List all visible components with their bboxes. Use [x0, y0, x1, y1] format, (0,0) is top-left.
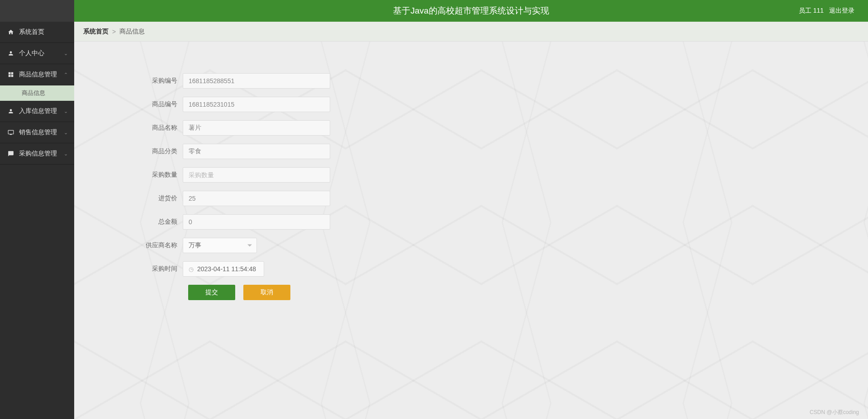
sidebar-item-product-mgmt[interactable]: 商品信息管理 ⌃ [0, 64, 74, 85]
chevron-down-icon: ⌄ [64, 108, 68, 114]
row-purchase-price: 进货价 [92, 191, 850, 206]
user-icon [7, 50, 14, 57]
chevron-up-icon: ⌃ [64, 72, 68, 78]
sidebar-header-blank [0, 0, 74, 22]
cancel-button[interactable]: 取消 [243, 285, 290, 300]
sidebar-item-sales[interactable]: 销售信息管理 ⌄ [0, 122, 74, 143]
input-purchase-time[interactable]: ◷ 2023-04-11 11:54:48 [183, 261, 264, 277]
chevron-down-icon: ⌄ [64, 51, 68, 56]
row-purchase-time: 采购时间 ◷ 2023-04-11 11:54:48 [92, 261, 850, 277]
purchase-time-value: 2023-04-11 11:54:48 [197, 265, 256, 273]
sidebar-item-label: 系统首页 [19, 28, 44, 36]
input-purchase-qty[interactable] [183, 167, 330, 183]
sidebar-item-label: 入库信息管理 [19, 107, 57, 115]
clock-icon: ◷ [189, 266, 194, 273]
chevron-down-icon: ⌄ [64, 130, 68, 136]
label-total: 总金额 [92, 218, 183, 226]
breadcrumb-sep: > [112, 28, 116, 35]
monitor-icon [7, 129, 14, 136]
sidebar-item-inbound[interactable]: 入库信息管理 ⌄ [0, 101, 74, 122]
page-title: 基于Java的高校超市管理系统设计与实现 [393, 5, 549, 17]
label-purchase-qty: 采购数量 [92, 171, 183, 179]
input-category[interactable] [183, 144, 330, 159]
sidebar-item-purchase[interactable]: 采购信息管理 ⌄ [0, 143, 74, 165]
input-purchase-price[interactable] [183, 191, 330, 206]
breadcrumb: 系统首页 > 商品信息 [74, 22, 868, 42]
label-purchase-time: 采购时间 [92, 265, 183, 273]
sidebar-item-label: 销售信息管理 [19, 128, 57, 137]
breadcrumb-home[interactable]: 系统首页 [83, 28, 109, 36]
row-purchase-no: 采购编号 [92, 73, 850, 89]
select-supplier[interactable]: 万事 [183, 238, 257, 253]
sidebar-subitem-product-info[interactable]: 商品信息 [0, 85, 74, 101]
row-category: 商品分类 [92, 144, 850, 159]
label-product-no: 商品编号 [92, 100, 183, 108]
home-icon [7, 28, 14, 36]
submit-button[interactable]: 提交 [188, 285, 235, 300]
main: 基于Java的高校超市管理系统设计与实现 员工 111 退出登录 系统首页 > … [74, 0, 868, 419]
sidebar-item-personal[interactable]: 个人中心 ⌄ [0, 43, 74, 64]
header-right: 员工 111 退出登录 [799, 7, 854, 15]
logout-link[interactable]: 退出登录 [829, 7, 854, 15]
input-product-name[interactable] [183, 120, 330, 136]
label-purchase-price: 进货价 [92, 194, 183, 202]
input-purchase-no[interactable] [183, 73, 330, 89]
chevron-down-icon: ⌄ [64, 151, 68, 157]
label-purchase-no: 采购编号 [92, 77, 183, 85]
inbound-icon [7, 108, 14, 115]
breadcrumb-current: 商品信息 [119, 28, 145, 36]
sidebar-item-label: 个人中心 [19, 49, 44, 57]
user-label[interactable]: 员工 111 [799, 7, 824, 15]
form-content: 采购编号 商品编号 商品名称 商品分类 采购数量 进货价 [74, 42, 868, 419]
sidebar: 系统首页 个人中心 ⌄ 商品信息管理 ⌃ 商品信息 入库信息管理 ⌄ [0, 0, 74, 419]
select-supplier-value: 万事 [189, 241, 201, 250]
row-product-no: 商品编号 [92, 97, 850, 112]
sidebar-item-home[interactable]: 系统首页 [0, 22, 74, 43]
sidebar-item-label: 商品信息管理 [19, 71, 57, 79]
input-total[interactable] [183, 214, 330, 230]
row-total: 总金额 [92, 214, 850, 230]
grid-icon [7, 71, 14, 78]
form-buttons: 提交 取消 [188, 285, 850, 300]
row-supplier: 供应商名称 万事 [92, 238, 850, 253]
header: 基于Java的高校超市管理系统设计与实现 员工 111 退出登录 [74, 0, 868, 22]
row-purchase-qty: 采购数量 [92, 167, 850, 183]
sidebar-item-label: 采购信息管理 [19, 150, 57, 158]
watermark: CSDN @小蔡coding [810, 409, 859, 416]
chat-icon [7, 150, 14, 157]
input-product-no[interactable] [183, 97, 330, 112]
label-supplier: 供应商名称 [92, 241, 183, 250]
label-category: 商品分类 [92, 147, 183, 155]
label-product-name: 商品名称 [92, 124, 183, 132]
row-product-name: 商品名称 [92, 120, 850, 136]
sidebar-subitem-label: 商品信息 [22, 89, 45, 96]
